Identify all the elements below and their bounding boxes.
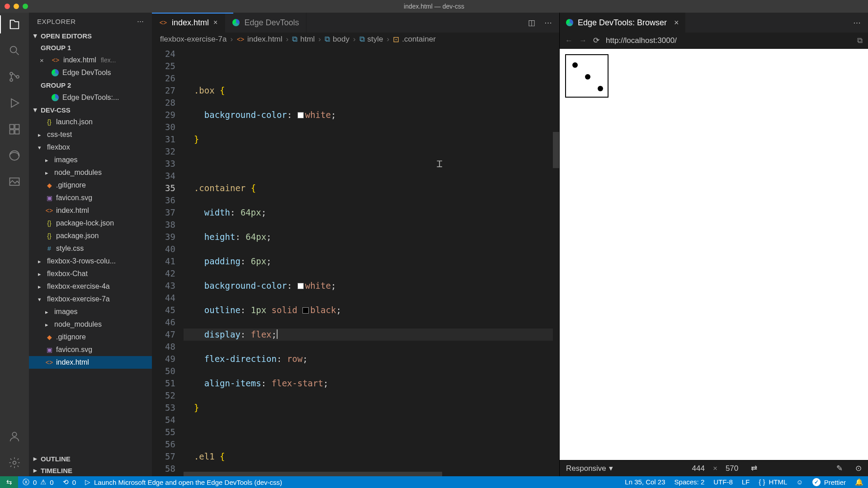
outline-header[interactable]: ▸ OUTLINE <box>29 453 152 465</box>
html-file-icon: <> <box>45 359 53 366</box>
preview-frame[interactable] <box>560 49 868 460</box>
folder-flexbox[interactable]: ▾flexbox <box>29 141 152 154</box>
url-input[interactable]: http://localhost:3000/ <box>606 36 851 45</box>
git-file-icon: ◆ <box>45 333 53 341</box>
dot-2 <box>585 74 590 80</box>
file-index-2[interactable]: <>index.html <box>29 356 152 369</box>
edit-icon[interactable]: ✎ <box>836 464 843 473</box>
file-package-lock[interactable]: {}package-lock.json <box>29 217 152 230</box>
problems-status[interactable]: ⓧ0 ⚠0 <box>18 476 58 488</box>
image-activity-icon[interactable] <box>7 174 22 189</box>
code-content[interactable]: .box { background-color: white; } .conta… <box>184 46 559 476</box>
file-gitignore[interactable]: ◆.gitignore <box>29 179 152 192</box>
group-2-label: GROUP 2 <box>29 79 152 91</box>
remote-button[interactable]: ⇆ <box>0 476 18 488</box>
more-actions-icon[interactable]: ⋯ <box>853 18 861 28</box>
folder-flexbox-7a[interactable]: ▾flexbox-exercise-7a <box>29 293 152 305</box>
search-icon[interactable] <box>7 43 22 58</box>
edge-activity-icon[interactable] <box>7 148 22 163</box>
folder-flexbox-4a[interactable]: ▸flexbox-exercise-4a <box>29 280 152 293</box>
maximize-window[interactable] <box>23 4 28 9</box>
settings-icon[interactable] <box>7 455 22 470</box>
file-favicon-2[interactable]: ▣favicon.svg <box>29 343 152 356</box>
source-control-icon[interactable] <box>7 70 22 84</box>
explorer-icon[interactable] <box>7 17 22 32</box>
edge-icon <box>232 19 240 26</box>
language-mode[interactable]: { } HTML <box>754 478 792 486</box>
activity-bar <box>0 13 29 476</box>
accounts-icon[interactable] <box>7 429 22 444</box>
encoding[interactable]: UTF-8 <box>709 478 737 486</box>
html-file-icon: <> <box>45 207 53 214</box>
folder-node-modules[interactable]: ▸node_modules <box>29 166 152 179</box>
back-icon[interactable]: ← <box>565 36 573 45</box>
open-editors-header[interactable]: ▾ OPEN EDITORS <box>29 30 152 42</box>
run-debug-icon[interactable] <box>7 96 22 110</box>
folder-header[interactable]: ▾ DEV-CSS <box>29 104 152 116</box>
timeline-header[interactable]: ▸ TIMELINE <box>29 465 152 476</box>
folder-flexbox-3-rows[interactable]: ▸flexbox-3-rows-colu... <box>29 255 152 267</box>
open-editor-edge-browser[interactable]: Edge DevTools:... <box>29 91 152 104</box>
prettier-status[interactable]: ✓ Prettier <box>808 478 850 486</box>
group-1-label: GROUP 1 <box>29 42 152 54</box>
folder-flexbox-chat[interactable]: ▸flexbox-Chat <box>29 267 152 280</box>
close-tab-icon[interactable]: × <box>674 18 679 28</box>
breadcrumbs[interactable]: flexbox-exercise-7a› <>index.html› ⧉html… <box>152 33 559 46</box>
minimize-window[interactable] <box>14 4 19 9</box>
folder-images[interactable]: ▸images <box>29 154 152 166</box>
chevron-right-icon: ▸ <box>38 258 44 265</box>
eol[interactable]: LF <box>737 478 755 486</box>
folder-css-test[interactable]: ▸css-test <box>29 128 152 141</box>
device-height[interactable]: 570 <box>726 464 738 473</box>
indentation[interactable]: Spaces: 2 <box>670 478 709 486</box>
close-window[interactable] <box>5 4 10 9</box>
file-index[interactable]: <>index.html <box>29 204 152 217</box>
open-editor-index[interactable]: × <> index.html flex... <box>29 54 152 66</box>
launch-config[interactable]: ▷ Launch Microsoft Edge and open the Edg… <box>80 476 287 488</box>
code-editor[interactable]: 2425262728293031323334353637383940414243… <box>152 46 559 476</box>
chevron-right-icon: ▸ <box>32 466 39 474</box>
minimap-scrollbar[interactable] <box>553 46 559 476</box>
extensions-icon[interactable] <box>7 122 22 136</box>
forward-icon[interactable]: → <box>579 36 587 45</box>
chevron-down-icon: ▾ <box>38 144 44 151</box>
reload-icon[interactable]: ⟳ <box>593 36 599 45</box>
breadcrumb-html[interactable]: ⧉html <box>292 35 315 44</box>
breadcrumb-style[interactable]: ⧉style <box>359 35 383 44</box>
breadcrumb-body[interactable]: ⧉body <box>325 35 349 44</box>
right-editor-group: Edge DevTools: Browser × ⋯ ← → ⟳ http://… <box>559 13 868 476</box>
file-gitignore-2[interactable]: ◆.gitignore <box>29 331 152 343</box>
device-width[interactable]: 444 <box>692 464 705 473</box>
chevron-down-icon: ▾ <box>32 32 39 40</box>
cursor-position[interactable]: Ln 35, Col 23 <box>620 478 670 486</box>
folder-images-2[interactable]: ▸images <box>29 305 152 318</box>
json-file-icon: {} <box>45 232 53 239</box>
folder-node-modules-2[interactable]: ▸node_modules <box>29 318 152 331</box>
tab-index-html[interactable]: <> index.html × <box>152 13 225 33</box>
close-tab-icon[interactable]: × <box>213 19 217 27</box>
file-style[interactable]: #style.css <box>29 242 152 255</box>
tweet-feedback-icon[interactable]: ☺ <box>792 478 807 486</box>
tab-edge-browser[interactable]: Edge DevTools: Browser × <box>560 13 685 33</box>
more-actions-icon[interactable]: ⋯ <box>544 18 552 28</box>
horizontal-scrollbar[interactable] <box>184 472 553 476</box>
breadcrumb-container[interactable]: ⊡.container <box>393 35 436 44</box>
open-external-icon[interactable]: ⧉ <box>857 36 863 45</box>
rotate-icon[interactable]: ⇄ <box>751 464 757 473</box>
sidebar-more-icon[interactable]: ⋯ <box>137 17 144 25</box>
warning-icon: ⚠ <box>40 478 46 486</box>
file-favicon[interactable]: ▣favicon.svg <box>29 192 152 204</box>
close-icon[interactable]: × <box>40 56 48 64</box>
open-editor-edge[interactable]: Edge DevTools <box>29 66 152 79</box>
split-editor-icon[interactable]: ◫ <box>528 18 535 28</box>
notifications-icon[interactable]: 🔔 <box>850 478 868 486</box>
screenshot-icon[interactable]: ⊙ <box>855 464 862 473</box>
breadcrumb-file[interactable]: <>index.html <box>236 35 282 44</box>
device-select[interactable]: Responsive ▾ <box>566 464 613 473</box>
window-title: index.html — dev-css <box>404 3 464 10</box>
file-launch-json[interactable]: {}launch.json <box>29 116 152 128</box>
tab-edge-devtools[interactable]: Edge DevTools <box>225 13 307 33</box>
ports-status[interactable]: ⟲0 <box>58 476 80 488</box>
file-package[interactable]: {}package.json <box>29 230 152 242</box>
breadcrumb-folder[interactable]: flexbox-exercise-7a <box>160 35 226 44</box>
